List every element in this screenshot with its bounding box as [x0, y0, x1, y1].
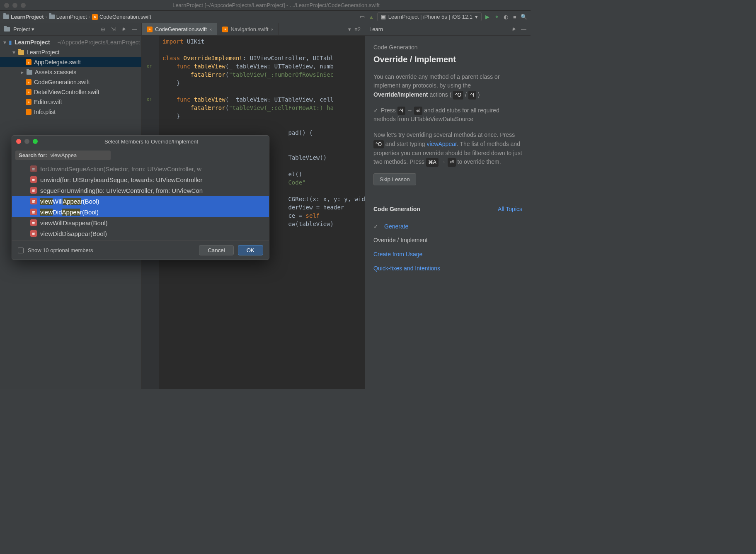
search-field[interactable]: Search for: viewAppea: [15, 151, 111, 160]
swift-file-icon: s: [222, 27, 228, 32]
member-item[interactable]: mviewWillDisappear(Bool): [12, 217, 269, 228]
topic-item[interactable]: ✓Generate: [373, 220, 522, 234]
learn-para-3: Now let's try overriding several methods…: [373, 131, 522, 167]
crumb-2[interactable]: LearnProject: [49, 14, 87, 20]
tree-folder[interactable]: ▸ Assets.xcassets: [0, 67, 141, 77]
dialog-window-controls[interactable]: [16, 139, 38, 144]
close-icon[interactable]: ×: [271, 27, 274, 32]
member-item[interactable]: mviewDidDisappear(Bool): [12, 228, 269, 239]
window-title: LearnProject [~/AppcodeProjects/LearnPro…: [26, 2, 526, 8]
optional-label: Show 10 optional members: [28, 247, 93, 253]
all-topics-link[interactable]: All Topics: [498, 205, 522, 214]
close-icon[interactable]: [4, 3, 9, 8]
zoom-icon[interactable]: [33, 139, 38, 144]
plist-icon: [26, 109, 32, 115]
coverage-icon[interactable]: ◐: [502, 14, 509, 20]
hide-icon[interactable]: —: [521, 26, 526, 32]
disclosure-icon[interactable]: ▾: [12, 49, 16, 56]
member-item[interactable]: mviewWillAppear(Bool): [12, 196, 269, 207]
member-list[interactable]: mforUnwindSegueAction(Selector, from: UI…: [12, 163, 269, 241]
hammer-icon[interactable]: ⟁: [368, 14, 375, 20]
chevron-down-icon: ▾: [475, 14, 478, 20]
tree-file[interactable]: s CodeGeneration.swift: [0, 77, 141, 87]
method-icon: m: [30, 176, 37, 183]
disclosure-icon[interactable]: ▾: [3, 39, 6, 46]
tree-file[interactable]: Info.plist: [0, 107, 141, 117]
member-item[interactable]: mviewDidAppear(Bool): [12, 207, 269, 217]
tree-file[interactable]: s DetailViewController.swift: [0, 87, 141, 97]
swift-file-icon: s: [26, 59, 32, 65]
override-gutter-icon[interactable]: o↑: [147, 95, 152, 104]
project-tree[interactable]: ▾ ▮ LearnProject ~/AppcodeProjects/Learn…: [0, 36, 141, 119]
folder-icon: [18, 50, 24, 55]
learn-panel: Learn ✷ — Code Generation Override / Imp…: [365, 23, 531, 389]
cancel-button[interactable]: Cancel: [199, 245, 234, 255]
method-icon: m: [30, 209, 37, 215]
member-item[interactable]: munwind(for: UIStoryboardSegue, towards:…: [12, 174, 269, 185]
project-dropdown[interactable]: Project ▾: [13, 26, 34, 32]
tab-codegeneration[interactable]: s CodeGeneration.swift ×: [142, 23, 217, 35]
disclosure-icon[interactable]: ▸: [20, 69, 24, 75]
close-icon[interactable]: [16, 139, 21, 144]
window-controls[interactable]: [4, 3, 26, 8]
swift-file-icon: s: [26, 79, 32, 85]
swift-file-icon: s: [92, 14, 98, 20]
ok-button[interactable]: OK: [238, 245, 263, 255]
breadcrumb[interactable]: LearnProject › LearnProject › sCodeGener…: [3, 14, 151, 20]
method-icon: m: [30, 165, 37, 172]
search-query: viewAppea: [51, 152, 77, 158]
learn-para-2: ✓Press ^I → ⏎ and add stubs for all requ…: [373, 106, 522, 124]
tab-navigation[interactable]: s Navigation.swift ×: [217, 23, 279, 35]
learn-section: Code Generation: [373, 43, 522, 52]
tab-overflow[interactable]: ≡2: [354, 26, 361, 32]
hide-icon[interactable]: —: [132, 26, 137, 32]
tree-folder[interactable]: ▾ LearnProject: [0, 47, 141, 57]
learn-para-1: You can override any method of a parent …: [373, 73, 522, 100]
learn-header: Learn ✷ —: [365, 23, 531, 36]
chevron-down-icon: ▾: [32, 26, 34, 32]
optional-checkbox[interactable]: [18, 248, 24, 253]
override-gutter-icon[interactable]: o↑: [147, 62, 152, 70]
folder-icon: [4, 27, 10, 32]
app-icon: ▣: [381, 14, 386, 20]
member-item[interactable]: mforUnwindSegueAction(Selector, from: UI…: [12, 163, 269, 174]
titlebar: LearnProject [~/AppcodeProjects/LearnPro…: [0, 0, 531, 11]
sidebar-header: Project ▾ ⊕ ⇲ ✷ —: [0, 23, 141, 36]
crumb-1[interactable]: LearnProject: [3, 14, 44, 20]
topic-item[interactable]: Create from Usage: [373, 248, 522, 262]
run-icon[interactable]: ▶: [484, 14, 491, 20]
gear-icon[interactable]: ✷: [511, 26, 516, 32]
skip-lesson-button[interactable]: Skip Lesson: [373, 173, 416, 185]
method-icon: m: [30, 230, 37, 237]
zoom-icon[interactable]: [21, 3, 26, 8]
device-icon[interactable]: ▭: [359, 14, 366, 20]
swift-file-icon: s: [147, 27, 153, 32]
chevron-down-icon[interactable]: ▾: [348, 26, 351, 32]
member-item[interactable]: msegueForUnwinding(to: UIViewController,…: [12, 185, 269, 196]
override-dialog: Select Members to Override/Implement Sea…: [12, 135, 269, 260]
folder-icon: [3, 15, 9, 19]
topic-item[interactable]: Quick-fixes and Intentions: [373, 262, 522, 276]
folder-icon: [49, 15, 55, 19]
run-config-dropdown[interactable]: ▣ LearnProject | iPhone 5s | iOS 12.1 ▾: [377, 12, 482, 21]
topic-item[interactable]: Override / Implement: [373, 233, 522, 248]
method-icon: m: [30, 198, 37, 204]
locate-icon[interactable]: ⊕: [101, 26, 105, 32]
debug-icon[interactable]: ⌖: [493, 14, 500, 20]
stop-icon[interactable]: ■: [511, 14, 518, 20]
chevron-icon: ›: [89, 14, 90, 20]
swift-file-icon: s: [26, 99, 32, 105]
learn-title: Override / Implement: [373, 53, 522, 66]
search-icon[interactable]: 🔍: [521, 14, 527, 20]
close-icon[interactable]: ×: [209, 27, 212, 32]
chevron-icon: ›: [45, 14, 47, 20]
dialog-titlebar: Select Members to Override/Implement: [12, 136, 269, 147]
collapse-icon[interactable]: ⇲: [111, 26, 116, 32]
tree-file[interactable]: s Editor.swift: [0, 97, 141, 107]
tree-root[interactable]: ▾ ▮ LearnProject ~/AppcodeProjects/Learn…: [0, 37, 141, 47]
method-icon: m: [30, 219, 37, 226]
gear-icon[interactable]: ✷: [121, 26, 126, 32]
minimize-icon[interactable]: [12, 3, 17, 8]
crumb-3[interactable]: sCodeGeneration.swift: [92, 14, 151, 20]
tree-file[interactable]: s AppDelegate.swift: [0, 57, 141, 67]
